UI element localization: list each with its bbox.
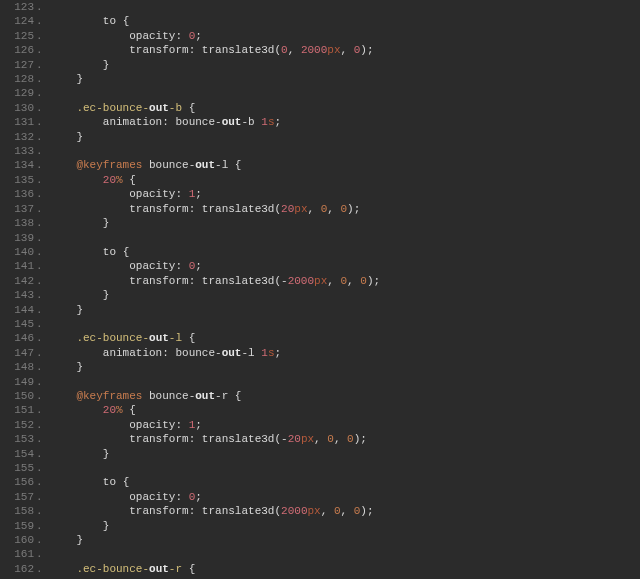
code-text[interactable]: transform: translate3d(-2000px, 0, 0);: [44, 274, 380, 288]
code-line[interactable]: 126. transform: translate3d(0, 2000px, 0…: [0, 43, 640, 57]
token: }: [103, 520, 110, 532]
code-text[interactable]: transform: translate3d(0, 2000px, 0);: [44, 43, 374, 57]
code-text[interactable]: @keyframes bounce-out-r {: [44, 389, 241, 403]
code-line[interactable]: 159. }: [0, 519, 640, 533]
code-line[interactable]: 162. .ec-bounce-out-r {: [0, 562, 640, 576]
gutter-dot: .: [36, 317, 44, 331]
code-text[interactable]: opacity: 0;: [44, 259, 202, 273]
code-text[interactable]: to {: [44, 245, 129, 259]
code-line[interactable]: 136. opacity: 1;: [0, 187, 640, 201]
code-editor[interactable]: 123. 124. to {125. opacity: 0;126. trans…: [0, 0, 640, 576]
code-text[interactable]: @keyframes bounce-out-l {: [44, 158, 241, 172]
code-line[interactable]: 144. }: [0, 303, 640, 317]
code-text[interactable]: }: [44, 519, 109, 533]
code-text[interactable]: to {: [44, 14, 129, 28]
code-text[interactable]: }: [44, 58, 109, 72]
code-text[interactable]: opacity: 0;: [44, 29, 202, 43]
code-text[interactable]: }: [44, 533, 83, 547]
code-line[interactable]: 146. .ec-bounce-out-l {: [0, 331, 640, 345]
code-text[interactable]: opacity: 1;: [44, 418, 202, 432]
code-text[interactable]: }: [44, 130, 83, 144]
code-line[interactable]: 149.: [0, 375, 640, 389]
code-line[interactable]: 135. 20% {: [0, 173, 640, 187]
code-line[interactable]: 138. }: [0, 216, 640, 230]
line-number: 124: [0, 14, 36, 28]
code-line[interactable]: 145.: [0, 317, 640, 331]
code-line[interactable]: 147. animation: bounce-out-l 1s;: [0, 346, 640, 360]
code-text[interactable]: [44, 375, 76, 389]
code-line[interactable]: 125. opacity: 0;: [0, 29, 640, 43]
code-line[interactable]: 139.: [0, 231, 640, 245]
code-line[interactable]: 151. 20% {: [0, 403, 640, 417]
code-line[interactable]: 152. opacity: 1;: [0, 418, 640, 432]
code-line[interactable]: 142. transform: translate3d(-2000px, 0, …: [0, 274, 640, 288]
code-text[interactable]: animation: bounce-out-l 1s;: [44, 346, 281, 360]
code-text[interactable]: [44, 547, 76, 561]
code-line[interactable]: 153. transform: translate3d(-20px, 0, 0)…: [0, 432, 640, 446]
line-number: 160: [0, 533, 36, 547]
code-line[interactable]: 137. transform: translate3d(20px, 0, 0);: [0, 202, 640, 216]
code-line[interactable]: 124. to {: [0, 14, 640, 28]
code-text[interactable]: opacity: 0;: [44, 490, 202, 504]
token: ,: [321, 505, 334, 517]
code-line[interactable]: 129.: [0, 86, 640, 100]
code-line[interactable]: 131. animation: bounce-out-b 1s;: [0, 115, 640, 129]
code-line[interactable]: 150. @keyframes bounce-out-r {: [0, 389, 640, 403]
token: px: [327, 44, 340, 56]
code-line[interactable]: 132. }: [0, 130, 640, 144]
code-line[interactable]: 160. }: [0, 533, 640, 547]
code-line[interactable]: 134. @keyframes bounce-out-l {: [0, 158, 640, 172]
code-line[interactable]: 156. to {: [0, 475, 640, 489]
code-text[interactable]: }: [44, 216, 109, 230]
code-line[interactable]: 148. }: [0, 360, 640, 374]
code-text[interactable]: }: [44, 72, 83, 86]
code-text[interactable]: .ec-bounce-out-b {: [44, 101, 195, 115]
code-text[interactable]: }: [44, 447, 109, 461]
code-text[interactable]: [44, 231, 76, 245]
code-line[interactable]: 128. }: [0, 72, 640, 86]
code-line[interactable]: 154. }: [0, 447, 640, 461]
token: 0: [347, 433, 354, 445]
code-text[interactable]: [44, 144, 76, 158]
gutter-dot: .: [36, 461, 44, 475]
code-text[interactable]: .ec-bounce-out-l {: [44, 331, 195, 345]
code-text[interactable]: [44, 461, 76, 475]
code-text[interactable]: }: [44, 288, 109, 302]
gutter-dot: .: [36, 447, 44, 461]
code-text[interactable]: opacity: 1;: [44, 187, 202, 201]
code-text[interactable]: transform: translate3d(2000px, 0, 0);: [44, 504, 374, 518]
code-line[interactable]: 133.: [0, 144, 640, 158]
code-line[interactable]: 157. opacity: 0;: [0, 490, 640, 504]
code-text[interactable]: transform: translate3d(20px, 0, 0);: [44, 202, 360, 216]
code-text[interactable]: 20% {: [44, 173, 136, 187]
token: animation: [103, 347, 162, 359]
line-number: 154: [0, 447, 36, 461]
code-line[interactable]: 123.: [0, 0, 640, 14]
code-line[interactable]: 127. }: [0, 58, 640, 72]
code-line[interactable]: 130. .ec-bounce-out-b {: [0, 101, 640, 115]
token: out: [222, 347, 242, 359]
code-text[interactable]: [44, 0, 76, 14]
token: %: [116, 174, 123, 186]
code-text[interactable]: to {: [44, 475, 129, 489]
code-text[interactable]: }: [44, 303, 83, 317]
code-text[interactable]: animation: bounce-out-b 1s;: [44, 115, 281, 129]
code-line[interactable]: 140. to {: [0, 245, 640, 259]
token: animation: [103, 116, 162, 128]
code-text[interactable]: transform: translate3d(-20px, 0, 0);: [44, 432, 367, 446]
code-line[interactable]: 143. }: [0, 288, 640, 302]
code-text[interactable]: [44, 317, 76, 331]
code-line[interactable]: 158. transform: translate3d(2000px, 0, 0…: [0, 504, 640, 518]
token: translate3d: [202, 44, 275, 56]
code-text[interactable]: 20% {: [44, 403, 136, 417]
code-text[interactable]: }: [44, 360, 83, 374]
code-line[interactable]: 141. opacity: 0;: [0, 259, 640, 273]
token: {: [123, 15, 130, 27]
code-text[interactable]: [44, 86, 76, 100]
code-line[interactable]: 155.: [0, 461, 640, 475]
token: transform: [129, 433, 188, 445]
gutter-dot: .: [36, 202, 44, 216]
code-text[interactable]: .ec-bounce-out-r {: [44, 562, 195, 576]
token: bounce-: [175, 116, 221, 128]
code-line[interactable]: 161.: [0, 547, 640, 561]
